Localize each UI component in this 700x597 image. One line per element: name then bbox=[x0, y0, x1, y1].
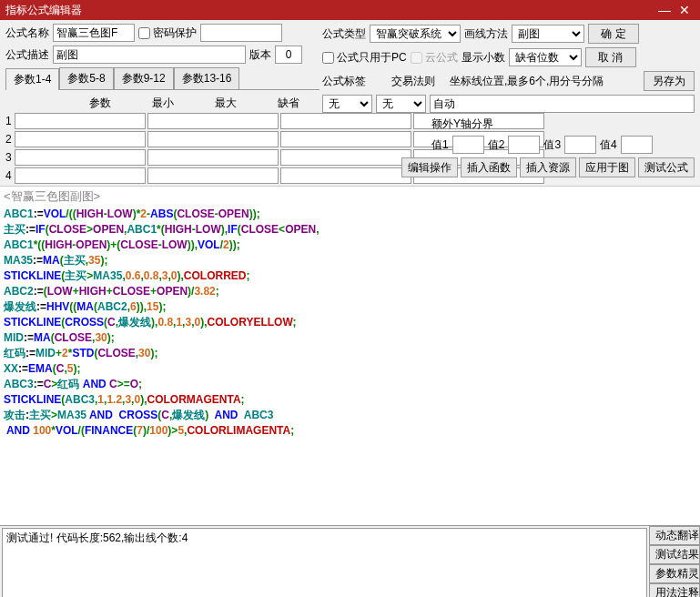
param-input[interactable] bbox=[15, 113, 146, 129]
param-tabs: 参数1-4 参数5-8 参数9-12 参数13-16 bbox=[5, 67, 320, 90]
extra-y-label: 额外Y轴分界 bbox=[431, 116, 493, 132]
y4-input[interactable] bbox=[621, 136, 653, 154]
param-row: 2 bbox=[5, 131, 320, 147]
name-label: 公式名称 bbox=[5, 25, 49, 41]
cancel-button[interactable]: 取 消 bbox=[585, 47, 636, 67]
showdec-select[interactable]: 缺省位数 bbox=[509, 48, 582, 66]
pc-only-checkbox[interactable]: 公式只用于PC bbox=[322, 50, 407, 66]
saveas-button[interactable]: 另存为 bbox=[644, 71, 695, 91]
param-row: 1 bbox=[5, 113, 320, 129]
version-label: 版本 bbox=[249, 47, 271, 63]
dyn-trans-button[interactable]: 动态翻译 bbox=[649, 526, 700, 545]
insert-fn-button[interactable]: 插入函数 bbox=[461, 157, 517, 177]
password-input[interactable] bbox=[200, 24, 282, 42]
rule-label: 交易法则 bbox=[391, 74, 435, 89]
tab-params-13-16[interactable]: 参数13-16 bbox=[174, 67, 240, 89]
param-hdr-default: 缺省 bbox=[257, 94, 320, 113]
y1-input[interactable] bbox=[452, 136, 484, 154]
window-title: 指标公式编辑器 bbox=[5, 3, 654, 18]
type-label: 公式类型 bbox=[322, 26, 366, 42]
showdec-label: 显示小数 bbox=[462, 50, 505, 66]
desc-label: 公式描述 bbox=[5, 47, 49, 63]
form-area: 公式名称 密码保护 公式描述 版本 参数1-4 参数5-8 参数9-12 参数1… bbox=[0, 20, 700, 187]
minimize-icon[interactable]: — bbox=[654, 3, 675, 17]
rule-select[interactable]: 无 bbox=[376, 95, 426, 113]
param-wiz-button[interactable]: 参数精灵 bbox=[649, 564, 700, 583]
edit-op-button[interactable]: 编辑操作 bbox=[401, 157, 458, 177]
y2-input[interactable] bbox=[508, 136, 540, 154]
test-formula-button[interactable]: 测试公式 bbox=[638, 157, 695, 177]
param-input[interactable] bbox=[147, 113, 279, 129]
param-hdr-name: 参数 bbox=[68, 94, 131, 113]
param-input[interactable] bbox=[147, 149, 279, 166]
cloud-checkbox: 云公式 bbox=[411, 50, 458, 66]
coord-input[interactable] bbox=[430, 95, 695, 113]
password-checkbox[interactable]: 密码保护 bbox=[138, 25, 197, 41]
param-input[interactable] bbox=[147, 167, 279, 184]
param-table: 参数 最小 最大 缺省 1 2 3 4 bbox=[5, 94, 320, 184]
param-input[interactable] bbox=[15, 131, 146, 147]
close-icon[interactable]: ✕ bbox=[675, 3, 695, 17]
apply-chart-button[interactable]: 应用于图 bbox=[579, 157, 635, 177]
coord-hint: 坐标线位置,最多6个,用分号分隔 bbox=[450, 74, 604, 89]
status-text: 测试通过! 代码长度:562,输出线个数:4 bbox=[2, 528, 647, 597]
type-select[interactable]: 智赢突破系统 bbox=[370, 25, 461, 43]
param-hdr-max: 最大 bbox=[194, 94, 257, 113]
tag-select[interactable]: 无 bbox=[322, 95, 372, 113]
ok-button[interactable]: 确 定 bbox=[588, 24, 639, 44]
draw-label: 画线方法 bbox=[464, 26, 508, 42]
tab-params-9-12[interactable]: 参数9-12 bbox=[114, 67, 174, 89]
usage-button[interactable]: 用法注释 bbox=[649, 583, 700, 597]
name-input[interactable] bbox=[53, 24, 135, 42]
code-title: <智赢三色图副图> bbox=[0, 187, 700, 207]
tab-params-5-8[interactable]: 参数5-8 bbox=[59, 67, 113, 89]
param-input[interactable] bbox=[15, 149, 146, 166]
status-row: 测试通过! 代码长度:562,输出线个数:4 动态翻译 测试结果 参数精灵 用法… bbox=[0, 525, 700, 597]
titlebar: 指标公式编辑器 — ✕ bbox=[0, 0, 700, 20]
param-input[interactable] bbox=[147, 131, 279, 147]
param-hdr-min: 最小 bbox=[131, 94, 194, 113]
test-result-button[interactable]: 测试结果 bbox=[649, 545, 700, 564]
param-row: 4 bbox=[5, 167, 320, 184]
code-editor[interactable]: ABC1:=VOL/((HIGH-LOW)*2-ABS(CLOSE-OPEN))… bbox=[0, 207, 700, 525]
param-input[interactable] bbox=[15, 167, 146, 184]
version-input[interactable] bbox=[275, 46, 302, 64]
param-row: 3 bbox=[5, 149, 320, 166]
draw-select[interactable]: 副图 bbox=[512, 25, 584, 43]
desc-input[interactable] bbox=[53, 46, 246, 64]
y3-input[interactable] bbox=[564, 136, 596, 154]
tab-params-1-4[interactable]: 参数1-4 bbox=[5, 68, 59, 90]
insert-res-button[interactable]: 插入资源 bbox=[520, 157, 576, 177]
tag-label: 公式标签 bbox=[322, 74, 366, 89]
